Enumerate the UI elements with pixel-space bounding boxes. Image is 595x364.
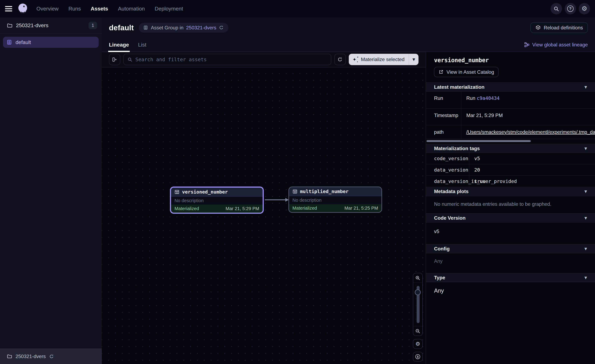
sidebar-items: default [0,34,102,349]
view-global-asset-lineage-label: View global asset lineage [532,42,588,48]
asset-search [123,54,331,65]
lineage-graph-icon [524,42,530,47]
run-row-label: Run [426,91,461,108]
tag-value: v5 [469,156,480,161]
tag-key: data_version [426,164,469,175]
asset-node-description: No description [292,198,322,203]
sidebar-group-row[interactable]: 250321-dvers 1 [0,17,102,34]
refresh-icon[interactable] [49,354,54,359]
view-in-asset-catalog-button[interactable]: View in Asset Catalog [434,67,499,77]
sidebar-item-label: default [16,39,31,45]
code-version-value: v5 [426,223,595,244]
download-icon [415,354,421,359]
search-button[interactable] [551,3,562,14]
zoom-controls: ⚙ [413,273,423,362]
asset-node-status: Materialized [174,206,199,211]
hamburger-menu-icon[interactable] [5,6,12,11]
asset-node-description: No description [174,198,204,203]
gear-icon: ⚙ [581,6,587,12]
help-button[interactable]: ? [565,3,576,14]
section-code-version[interactable]: Code Version ▼ [426,213,595,223]
sidebar: 250321-dvers 1 default 250321-dvers [0,17,102,364]
zoom-in-button[interactable] [413,273,423,283]
section-metadata-plots[interactable]: Metadata plots ▼ [426,187,595,196]
tag-key: data_version_is_user_provided [426,176,469,187]
run-value-prefix: Run [466,95,475,101]
tab-lineage[interactable]: Lineage [109,38,129,52]
graph-toolbar: ✦ ✦ ✦ Materialize selected ▼ [102,52,426,68]
reload-definitions-button[interactable]: Reload definitions [531,22,588,33]
nav-item-deployment[interactable]: Deployment [155,6,183,12]
tag-key: code_version [426,153,469,164]
refresh-graph-button[interactable] [334,54,346,65]
sparkle-icon: ✦ ✦ ✦ [353,57,358,62]
refresh-icon[interactable] [219,25,224,30]
asset-node-versioned-number[interactable]: versioned_number No description Material… [170,187,264,214]
timestamp-value: Mar 21, 5:29 PM [461,109,595,125]
tab-list[interactable]: List [138,38,146,52]
search-icon [128,57,132,62]
top-nav: Overview Runs Assets Automation Deployme… [0,0,595,17]
tag-value: true [469,179,486,184]
view-in-asset-catalog-label: View in Asset Catalog [446,69,494,75]
horizontal-scrollbar[interactable] [426,140,531,142]
page-title: default [109,23,134,32]
nav-item-automation[interactable]: Automation [118,6,145,12]
section-materialization-tags[interactable]: Materialization tags ▼ [426,144,595,153]
chevron-down-icon: ▼ [584,276,587,280]
section-config[interactable]: Config ▼ [426,244,595,253]
config-value: Any [426,253,595,273]
tab-bar: Lineage List View global asset lineage [102,38,595,52]
materialize-dropdown-button[interactable]: ▼ [409,54,418,65]
graph-settings-button[interactable]: ⚙ [413,339,423,349]
folder-icon [7,23,13,28]
run-id-link[interactable]: c9a40434 [477,95,499,101]
chevron-down-icon: ▼ [584,189,587,193]
dagster-logo[interactable] [17,3,28,14]
chevron-down-icon: ▼ [584,147,587,150]
reload-definitions-label: Reload definitions [544,25,583,31]
badge-prefix: Asset Group in [151,25,184,31]
table-row: Timestamp Mar 21, 5:29 PM [426,109,595,125]
download-graph-button[interactable] [413,352,423,362]
badge-group-link[interactable]: 250321-dvers [186,25,216,31]
reload-cube-icon [535,25,541,30]
asset-group-icon [7,39,12,45]
table-icon [292,189,298,194]
search-icon [553,6,559,12]
zoom-slider[interactable] [413,282,423,327]
asset-node-multiplied-number[interactable]: multiplied_number No description Materia… [288,187,382,213]
table-row: code_version v5 [426,153,595,164]
refresh-icon [337,57,343,62]
view-global-asset-lineage-link[interactable]: View global asset lineage [524,38,588,52]
type-value: Any [426,282,595,299]
nav-item-runs[interactable]: Runs [69,6,81,12]
table-row: data_version 20 [426,164,595,176]
metadata-plots-empty-message: No numeric metadata entries available to… [426,196,595,213]
nav-item-assets[interactable]: Assets [91,6,108,12]
section-latest-materialization[interactable]: Latest materialization ▼ [426,83,595,91]
zoom-out-icon [415,328,420,334]
table-row: data_version_is_user_provided true [426,176,595,187]
zoom-out-button[interactable] [413,326,423,336]
materialize-selected-main[interactable]: ✦ ✦ ✦ Materialize selected [349,54,409,65]
search-input[interactable] [135,57,327,62]
section-type[interactable]: Type ▼ [426,273,595,282]
lineage-graph-canvas[interactable]: versioned_number No description Material… [102,68,426,364]
nav-item-overview[interactable]: Overview [36,6,59,12]
collapse-sidebar-button[interactable] [109,54,120,65]
gear-icon: ⚙ [415,341,420,347]
page-header: default Asset Group in 250321-dvers [102,17,595,52]
path-link[interactable]: /Users/smackesey/stm/code/elementl/exper… [466,129,595,135]
sidebar-item-default[interactable]: default [3,37,99,48]
table-row: Run Run c9a40434 [426,91,595,109]
zoom-slider-handle[interactable] [415,289,421,295]
asset-node-name: versioned_number [182,189,228,195]
asset-node-name: multiplied_number [300,189,348,194]
sidebar-footer: 250321-dvers [0,349,102,364]
asset-node-timestamp: Mar 21, 5:25 PM [344,206,378,211]
settings-button[interactable]: ⚙ [579,3,590,14]
lineage-edge-arrow [265,197,289,203]
asset-group-badge[interactable]: Asset Group in 250321-dvers [139,23,228,33]
help-icon: ? [567,6,574,12]
